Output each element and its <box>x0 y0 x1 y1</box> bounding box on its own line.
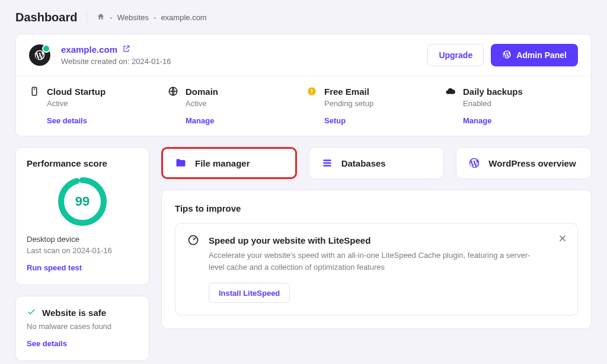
warning-icon <box>306 86 317 97</box>
email-setup-link[interactable]: Setup <box>324 116 439 125</box>
site-overview-card: example.com Website created on: 2024-01-… <box>15 34 592 136</box>
svg-rect-1 <box>34 89 36 90</box>
page-title: Dashboard <box>15 11 77 24</box>
tips-card: Tips to improve Speed up your website wi… <box>161 190 592 329</box>
breadcrumb-site[interactable]: example.com <box>161 13 206 22</box>
status-domain: Domain Active Manage <box>168 86 301 125</box>
wordpress-overview-tile[interactable]: WordPress overview <box>456 147 592 179</box>
tip-litespeed: Speed up your website with LiteSpeed Acc… <box>175 223 578 315</box>
site-name-link[interactable]: example.com <box>61 44 427 55</box>
cloud-icon <box>445 86 456 97</box>
perf-device: Desktop device <box>27 235 138 244</box>
divider <box>87 11 87 24</box>
breadcrumb-websites[interactable]: Websites <box>117 13 149 22</box>
security-card: Website is safe No malware cases found S… <box>15 296 149 361</box>
folder-icon <box>175 157 187 169</box>
status-plan: Cloud Startup Active See details <box>29 86 162 125</box>
database-icon <box>321 157 333 169</box>
external-link-icon <box>122 44 130 55</box>
check-icon <box>27 307 36 318</box>
svg-rect-10 <box>323 165 331 167</box>
speedometer-icon <box>187 234 199 246</box>
breadcrumb: - Websites - example.com <box>97 12 206 23</box>
performance-gauge: 99 <box>56 175 108 228</box>
run-speed-test-link[interactable]: Run speed test <box>27 263 82 272</box>
status-email: Free Email Pending setup Setup <box>306 86 439 125</box>
close-icon[interactable] <box>557 233 568 244</box>
svg-rect-9 <box>323 162 331 164</box>
backups-manage-link[interactable]: Manage <box>463 116 578 125</box>
databases-tile[interactable]: Databases <box>309 147 445 179</box>
plan-see-details-link[interactable]: See details <box>47 116 162 125</box>
install-litespeed-button[interactable]: Install LiteSpeed <box>209 283 290 303</box>
wordpress-icon <box>468 157 480 169</box>
admin-panel-button[interactable]: Admin Panel <box>491 44 578 66</box>
performance-card: Performance score 99 Desktop device Last… <box>15 147 149 285</box>
wordpress-site-icon <box>29 44 50 66</box>
svg-rect-5 <box>311 92 312 94</box>
domain-manage-link[interactable]: Manage <box>186 116 301 125</box>
file-manager-tile[interactable]: File manager <box>161 147 297 179</box>
wordpress-icon <box>502 50 512 61</box>
svg-rect-8 <box>323 159 331 161</box>
site-created-label: Website created on: 2024-01-16 <box>61 57 427 66</box>
perf-last-scan: Last scan on 2024-01-16 <box>27 246 138 255</box>
globe-icon <box>168 86 178 97</box>
svg-rect-4 <box>311 89 312 92</box>
upgrade-button[interactable]: Upgrade <box>427 44 484 66</box>
device-icon <box>29 86 40 97</box>
svg-rect-0 <box>32 87 37 95</box>
home-icon[interactable] <box>97 12 105 23</box>
security-see-details-link[interactable]: See details <box>27 339 67 348</box>
status-backups: Daily backups Enabled Manage <box>445 86 578 125</box>
